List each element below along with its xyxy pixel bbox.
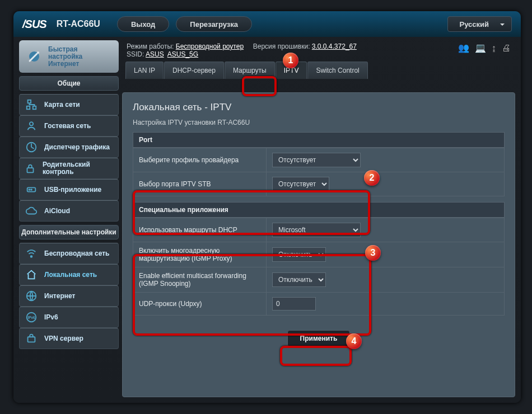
wifi-icon bbox=[24, 247, 39, 260]
sidebar-item-label: Диспетчер трафика bbox=[44, 144, 110, 151]
sidebar-item-label: USB-приложение bbox=[44, 186, 101, 194]
sidebar-item-label: Родительский контроль bbox=[43, 161, 114, 176]
ssid-label: SSID: bbox=[127, 50, 144, 58]
sidebar-item-lan[interactable]: Локальная сеть bbox=[19, 264, 119, 285]
svg-point-11 bbox=[31, 256, 32, 257]
sidebar-item-traffic[interactable]: Диспетчер трафика bbox=[19, 137, 119, 158]
isp-profile-select[interactable]: Отсутствует bbox=[272, 153, 361, 167]
row-isp-profile: Выберите профиль провайдера Отсутствует bbox=[133, 148, 505, 172]
sidebar-item-guest[interactable]: Гостевая сеть bbox=[19, 115, 119, 137]
sidebar-item-label: IPv6 bbox=[44, 314, 58, 321]
row-udpxy: UDP-прокси (Udpxy) bbox=[133, 293, 505, 316]
sidebar-item-usb[interactable]: USB-приложение bbox=[19, 179, 119, 200]
reboot-button[interactable]: Перезагрузка bbox=[176, 16, 252, 32]
op-mode-label: Режим работы: bbox=[127, 43, 174, 50]
top-bar: /SUS RT-AC66U Выход Перезагрузка Русский bbox=[13, 11, 521, 37]
lan-tabs: LAN IPDHCP-серверМаршрутыIPTVSwitch Cont… bbox=[125, 62, 515, 79]
traffic-icon bbox=[24, 141, 39, 153]
svg-point-5 bbox=[30, 122, 33, 125]
client-icon[interactable]: 👥 bbox=[458, 43, 469, 53]
sidebar-item-label: AiCloud bbox=[44, 208, 70, 215]
tab-switch-control[interactable]: Switch Control bbox=[307, 62, 367, 79]
cloud-icon bbox=[24, 205, 39, 217]
sidebar-item-lock[interactable]: Родительский контроль bbox=[19, 158, 119, 179]
language-selector[interactable]: Русский bbox=[447, 16, 512, 32]
svg-rect-7 bbox=[27, 168, 34, 172]
usb-icon bbox=[24, 184, 39, 196]
section-general: Общие bbox=[19, 76, 119, 91]
main-area: Режим работы: Беспроводной роутер Версия… bbox=[122, 40, 515, 397]
sidebar: Быстрая настройка Интернет Общие Карта с… bbox=[19, 40, 119, 397]
op-mode-value[interactable]: Беспроводной роутер bbox=[176, 43, 244, 50]
wand-icon bbox=[25, 47, 44, 66]
row-igmp-snoop: Enable efficient multicast forwarding (I… bbox=[133, 267, 505, 293]
dhcp-routes-select[interactable]: Microsoft bbox=[272, 223, 361, 237]
map-icon bbox=[24, 98, 39, 111]
stb-port-select[interactable]: Отсутствует bbox=[272, 177, 329, 191]
sidebar-item-vpn[interactable]: VPN сервер bbox=[19, 328, 119, 349]
vpn-icon bbox=[24, 332, 39, 345]
tab-dhcp-сервер[interactable]: DHCP-сервер bbox=[164, 62, 224, 79]
sidebar-item-label: VPN сервер bbox=[44, 335, 83, 342]
quick-internet-setup-button[interactable]: Быстрая настройка Интернет bbox=[19, 40, 119, 73]
row-stb-port: Выбор порта IPTV STB Отсутствует bbox=[133, 172, 505, 196]
igmp-proxy-select[interactable]: Отключить bbox=[272, 247, 326, 262]
port-header: Port bbox=[133, 132, 505, 148]
page-title: Локальная сеть - IPTV bbox=[133, 102, 505, 113]
page-panel: Локальная сеть - IPTV Настройка IPTV уст… bbox=[122, 92, 515, 397]
apply-button[interactable]: Применить bbox=[287, 330, 351, 347]
network-icon[interactable]: 💻 bbox=[475, 43, 486, 53]
fw-label: Версия прошивки: bbox=[253, 43, 310, 50]
model-name: RT-AC66U bbox=[57, 19, 100, 29]
ssid2-value: ASUS_5G bbox=[167, 50, 198, 58]
igmp-proxy-label: Включить многоадресную маршрутизацию (IG… bbox=[133, 242, 267, 267]
row-dhcp-routes: Использовать маршруты DHCP Microsoft bbox=[133, 218, 505, 242]
svg-rect-3 bbox=[27, 106, 30, 110]
sidebar-item-cloud[interactable]: AiCloud bbox=[19, 200, 119, 222]
udpxy-label: UDP-прокси (Udpxy) bbox=[133, 293, 267, 316]
svg-rect-2 bbox=[28, 100, 31, 103]
svg-point-9 bbox=[29, 189, 30, 190]
ipv6-icon: IPv6 bbox=[24, 311, 39, 323]
sidebar-item-globe[interactable]: Интернет bbox=[19, 285, 119, 307]
status-bar: Режим работы: Беспроводной роутер Версия… bbox=[122, 40, 515, 62]
sidebar-item-wifi[interactable]: Беспроводная сеть bbox=[19, 243, 119, 264]
sidebar-item-map[interactable]: Карта сети bbox=[19, 94, 119, 115]
sidebar-item-label: Беспроводная сеть bbox=[44, 250, 109, 257]
logout-button[interactable]: Выход bbox=[117, 16, 169, 32]
tab-маршруты[interactable]: Маршруты bbox=[225, 62, 275, 79]
globe-icon bbox=[24, 290, 39, 302]
sidebar-item-ipv6[interactable]: IPv6IPv6 bbox=[19, 307, 119, 328]
special-header: Специальные приложения bbox=[133, 202, 505, 218]
svg-point-10 bbox=[31, 189, 32, 190]
sidebar-item-label: Локальная сеть bbox=[44, 271, 97, 279]
section-advanced: Дополнительные настройки bbox=[19, 225, 119, 239]
tab-lan-ip[interactable]: LAN IP bbox=[125, 62, 164, 79]
tab-iptv[interactable]: IPTV bbox=[276, 62, 307, 79]
ssid1-value: ASUS bbox=[146, 50, 164, 58]
printer-icon[interactable]: 🖨 bbox=[502, 43, 511, 53]
igmp-snoop-select[interactable]: Отключить bbox=[272, 272, 326, 287]
status-icons: 👥 💻 ↨ 🖨 bbox=[458, 43, 511, 53]
row-igmp-proxy: Включить многоадресную маршрутизацию (IG… bbox=[133, 242, 505, 267]
svg-text:IPv6: IPv6 bbox=[27, 316, 35, 319]
qis-label: Быстрая настройка Интернет bbox=[48, 46, 113, 68]
stb-port-label: Выбор порта IPTV STB bbox=[133, 172, 267, 196]
igmp-snoop-label: Enable efficient multicast forwarding (I… bbox=[133, 267, 267, 293]
sidebar-item-label: Гостевая сеть bbox=[44, 123, 91, 130]
sidebar-item-label: Карта сети bbox=[44, 101, 80, 109]
sidebar-item-label: Интернет bbox=[44, 293, 75, 300]
svg-rect-15 bbox=[28, 337, 35, 342]
svg-rect-4 bbox=[33, 106, 36, 110]
svg-point-1 bbox=[37, 51, 39, 54]
fw-value[interactable]: 3.0.0.4.372_67 bbox=[312, 43, 357, 50]
page-desc: Настройка IPTV установки RT-AC66U bbox=[133, 119, 505, 126]
lock-icon bbox=[24, 162, 37, 175]
dhcp-routes-label: Использовать маршруты DHCP bbox=[133, 218, 267, 242]
guest-icon bbox=[24, 120, 39, 132]
brand-logo: /SUS bbox=[22, 18, 46, 31]
udpxy-input[interactable] bbox=[272, 297, 316, 310]
lan-icon bbox=[24, 269, 39, 281]
usb-icon[interactable]: ↨ bbox=[492, 43, 496, 53]
isp-profile-label: Выберите профиль провайдера bbox=[133, 148, 267, 172]
